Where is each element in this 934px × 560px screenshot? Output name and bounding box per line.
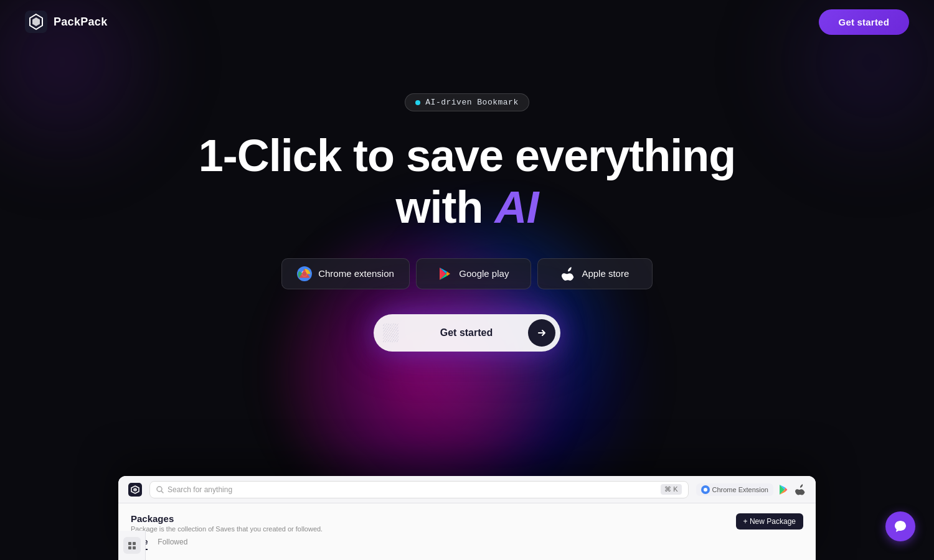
badge-dot: [415, 100, 420, 105]
svg-rect-15: [133, 546, 136, 549]
svg-line-9: [161, 491, 163, 493]
navbar-get-started-button[interactable]: Get started: [819, 9, 909, 35]
packages-desc: Package is the collection of Saves that …: [131, 525, 323, 533]
apple-store-small-icon: [795, 484, 806, 495]
search-placeholder: Search for anything: [167, 485, 232, 494]
cta-container: Get started: [374, 314, 560, 352]
chrome-extension-button[interactable]: Chrome extension: [281, 258, 410, 289]
hero-title-part1: 1-Click to save everything: [199, 131, 735, 180]
packages-title: Packages: [131, 513, 323, 524]
app-inner: Packages Package is the collection of Sa…: [118, 503, 816, 560]
hero-badge: AI-driven Bookmark: [405, 93, 529, 111]
logo-icon: [25, 11, 47, 33]
svg-rect-13: [133, 542, 136, 545]
hero-title-part2: with: [396, 182, 495, 232]
app-tabs: Mine Followed: [131, 538, 803, 550]
sidebar-nav-icon[interactable]: [123, 537, 141, 554]
hero-title: 1-Click to save everything with AI: [199, 130, 735, 233]
apple-icon: [560, 266, 575, 281]
svg-rect-14: [128, 546, 131, 549]
cta-get-started-button[interactable]: Get started: [374, 314, 560, 352]
svg-marker-7: [133, 488, 137, 492]
badge-text: AI-driven Bookmark: [425, 98, 518, 107]
new-package-button[interactable]: + New Package: [736, 513, 803, 530]
google-play-icon: [438, 266, 453, 281]
chrome-icon: [297, 266, 312, 281]
chrome-ext-badge: Chrome Extension: [696, 483, 774, 496]
google-play-button[interactable]: Google play: [416, 258, 531, 289]
app-window: Search for anything ⌘ K Chrome Extension: [118, 476, 816, 560]
hero-section: AI-driven Bookmark 1-Click to save every…: [0, 44, 934, 352]
play-store-small-icon: [778, 484, 790, 495]
logo[interactable]: PackPack: [25, 11, 107, 33]
app-titlebar: Search for anything ⌘ K Chrome Extension: [118, 476, 816, 503]
app-logo-small: [128, 483, 142, 497]
tab-followed[interactable]: Followed: [158, 538, 187, 550]
apple-store-button[interactable]: Apple store: [537, 258, 653, 289]
packages-info: Packages Package is the collection of Sa…: [131, 513, 323, 533]
app-titlebar-right: Chrome Extension: [696, 483, 806, 496]
app-content-header: Packages Package is the collection of Sa…: [131, 513, 803, 533]
app-search-bar[interactable]: Search for anything ⌘ K: [149, 481, 689, 498]
download-buttons: Chrome extension: [281, 258, 653, 289]
app-preview: Search for anything ⌘ K Chrome Extension: [118, 476, 816, 560]
google-play-label: Google play: [459, 268, 509, 279]
hero-title-ai: AI: [494, 182, 538, 232]
chrome-extension-label: Chrome extension: [318, 268, 394, 279]
cta-arrow-icon: [528, 319, 555, 347]
svg-point-11: [704, 488, 707, 492]
navbar: PackPack Get started: [0, 0, 934, 44]
brand-name: PackPack: [54, 16, 107, 29]
svg-rect-12: [128, 542, 131, 545]
search-shortcut: ⌘ K: [661, 484, 681, 495]
app-content-area: Packages Package is the collection of Sa…: [118, 503, 816, 560]
chat-icon: [894, 520, 907, 533]
chat-bubble-button[interactable]: [885, 511, 915, 541]
apple-store-label: Apple store: [582, 268, 629, 279]
cta-label: Get started: [405, 327, 528, 338]
app-sidebar: [118, 531, 146, 560]
chrome-ext-label: Chrome Extension: [712, 486, 769, 493]
